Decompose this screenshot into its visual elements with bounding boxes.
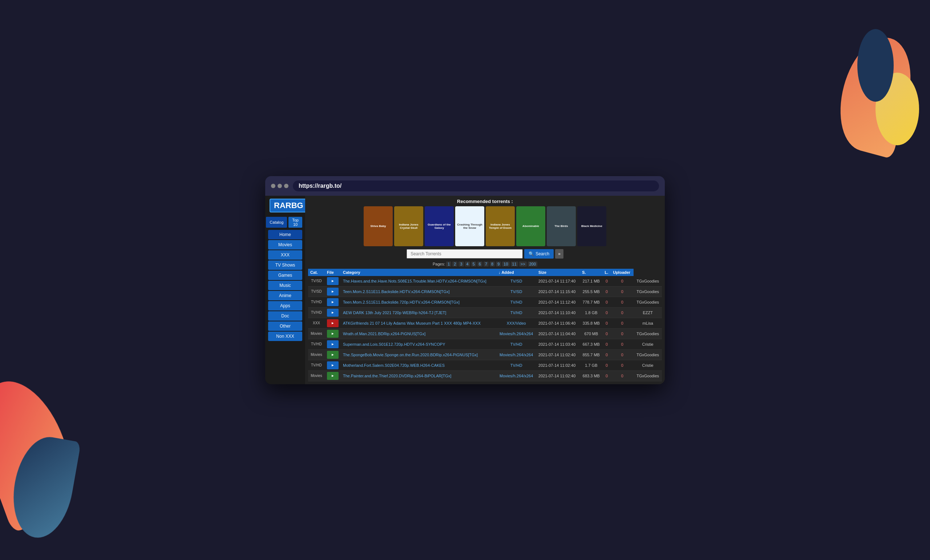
table-row: TV/SD▶Teen.Mom.2.S11E11.Backslide.HDTV.x… [308,286,662,297]
category-cell: XXX/Video [496,318,536,328]
category-link[interactable]: TV/HD [510,363,522,368]
page-link[interactable]: 4 [465,262,470,266]
search-button[interactable]: 🔍 Search [524,249,554,258]
category-cell: TV/SD [496,276,536,286]
file-link[interactable]: AEW DARK 13th July 2021 720p WEBRip h264… [343,311,446,315]
movie-poster[interactable]: Black Medicine [577,206,606,246]
browser-chrome: https://rargb.to/ [265,176,665,196]
sidebar-item-music[interactable]: Music [268,281,302,290]
page-link[interactable]: 3 [459,262,463,266]
recommended-section: Recommended torrents : Shiva BabyIndiana… [308,198,662,246]
file-link[interactable]: Teen.Mom.2.S11E11.Backslide.HDTV.x264-CR… [343,289,450,294]
page-link[interactable]: 200 [528,262,537,266]
file-link[interactable]: The.SpongeBob.Movie.Sponge.on.the.Run.20… [343,352,478,357]
catalog-button[interactable]: Catalog [266,217,287,228]
page-link[interactable]: 8 [490,262,495,266]
dot-2 [277,184,282,188]
leechers-cell: 0 [611,276,634,286]
seeders-cell: 0 [603,286,611,297]
movie-poster[interactable]: Indiana Jones Temple of Doom [486,206,515,246]
table-head: Cat.FileCategory↓ AddedSizeS.L.Uploader [308,269,662,276]
movie-poster[interactable]: Indiana Jones Crystal Skull [394,206,423,246]
search-label: Search [536,251,549,256]
movie-poster[interactable]: Guardians of the Galaxy [425,206,454,246]
file-link[interactable]: Teen.Mom.2.S11E11.Backslide.720p.HDTV.x2… [343,300,460,304]
file-link[interactable]: Wrath.of.Man.2021.BDRip.x264-PiGNUS[TGx] [343,332,425,336]
sidebar-item-other[interactable]: Other [268,322,302,331]
file-link[interactable]: ATKGirlfriends 21 07 14 Lily Adams Wax M… [343,321,480,325]
seeders-cell: 0 [603,276,611,286]
category-link[interactable]: TV/SD [510,279,522,283]
movie-poster[interactable]: Abominable [516,206,545,246]
category-link[interactable]: Movies/h.264/x264 [499,352,533,357]
added-cell: 2021-07-14 11:02:40 [536,371,580,381]
page-link[interactable]: >> [519,262,527,266]
category-link[interactable]: TV/HD [510,300,522,304]
file-link[interactable]: The.Painter.and.the.Thief.2020.DVDRip.x2… [343,374,451,378]
search-icon: 🔍 [528,251,534,256]
page-link[interactable]: 6 [477,262,482,266]
table-header: Uploader [611,269,634,276]
movie-poster[interactable]: The Birds [547,206,576,246]
logo-wrapper: RARBG Catalog Top 10 [265,196,305,229]
uploader-cell: TGxGoodies [634,276,662,286]
movie-poster[interactable]: Crashing Through the Snow [455,206,484,246]
torrent-table: Cat.FileCategory↓ AddedSizeS.L.Uploader … [308,269,662,382]
category-link[interactable]: Movies/h.264/x264 [499,374,533,378]
top10-button[interactable]: Top 10 [288,217,302,228]
search-arrow-button[interactable]: » [555,249,564,258]
file-link[interactable]: The.Haves.and.the.Have.Nots.S08E15.Troub… [343,279,487,283]
seeders-cell: 0 [603,339,611,349]
uploader-cell: TGxGoodies [634,297,662,307]
site-content: RARBG Catalog Top 10 HomeMoviesXXXTV Sho… [265,196,665,384]
added-cell: 2021-07-14 11:06:40 [536,318,580,328]
file-link[interactable]: Superman.and.Lois.S01E12.720p.HDTV.x264-… [343,342,445,346]
sidebar-item-xxx[interactable]: XXX [268,250,302,260]
size-cell: 683.3 MB [580,371,602,381]
sidebar: RARBG Catalog Top 10 HomeMoviesXXXTV Sho… [265,196,305,384]
uploader-cell: mLisa [634,318,662,328]
seeders-cell: 0 [603,328,611,339]
category-link[interactable]: TV/HD [510,342,522,346]
sidebar-item-apps[interactable]: Apps [268,301,302,311]
file-cell: Wrath.of.Man.2021.BDRip.x264-PiGNUS[TGx] [341,328,496,339]
address-bar[interactable]: https://rargb.to/ [293,180,659,191]
page-link[interactable]: 5 [471,262,476,266]
top-nav: Catalog Top 10 [265,215,305,229]
sidebar-item-home[interactable]: Home [268,230,302,239]
file-cell: The.Haves.and.the.Have.Nots.S08E15.Troub… [341,276,496,286]
page-link[interactable]: 11 [511,262,518,266]
file-link[interactable]: Motherland.Fort.Salem.S02E04.720p.WEB.H2… [343,363,445,368]
page-link[interactable]: 10 [502,262,509,266]
category-link[interactable]: TV/HD [510,311,522,315]
sidebar-item-games[interactable]: Games [268,271,302,280]
cat-cell: XXX [308,318,325,328]
movie-poster[interactable]: Shiva Baby [363,206,393,246]
uploader-cell: Cristie [634,339,662,349]
table-row: XXX▶ATKGirlfriends 21 07 14 Lily Adams W… [308,318,662,328]
uploader-cell: Cristie [634,360,662,371]
size-cell: 1.7 GB [580,360,602,371]
table-row: TV/SD▶The.Haves.and.the.Have.Nots.S08E15… [308,276,662,286]
sidebar-item-anime[interactable]: Anime [268,291,302,300]
uploader-cell: TGxGoodies [634,328,662,339]
category-cell: Movies/h.264/x264 [496,349,536,360]
search-input[interactable] [406,249,523,258]
sidebar-nav: HomeMoviesXXXTV ShowsGamesMusicAnimeApps… [265,230,305,341]
category-link[interactable]: XXX/Video [507,321,526,325]
category-link[interactable]: TV/SD [510,289,522,294]
category-cell: TV/HD [496,360,536,371]
sidebar-item-doc[interactable]: Doc [268,311,302,321]
page-link[interactable]: 7 [483,262,489,266]
thumb-cell: ▶ [325,349,341,360]
page-link[interactable]: 2 [452,262,457,266]
category-link[interactable]: Movies/h.264/x264 [499,332,533,336]
page-link[interactable]: 1 [446,262,451,266]
sidebar-item-movies[interactable]: Movies [268,240,302,249]
pages-label: Pages: [433,262,445,266]
site-header: RARBG [265,196,305,215]
page-link[interactable]: 9 [496,262,501,266]
cat-cell: TV/HD [308,307,325,318]
sidebar-item-non-xxx[interactable]: Non XXX [268,332,302,341]
sidebar-item-tv-shows[interactable]: TV Shows [268,260,302,270]
